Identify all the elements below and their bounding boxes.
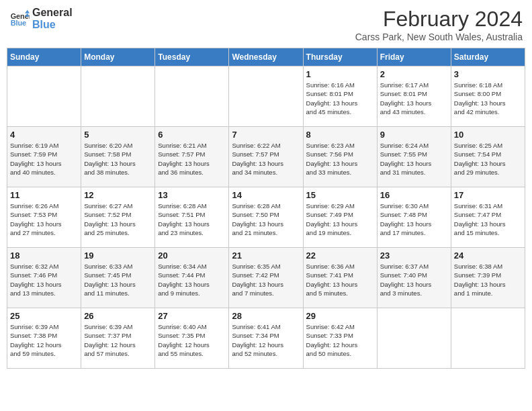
cell-sun-info: Sunrise: 6:31 AM Sunset: 7:47 PM Dayligh… — [454, 201, 522, 237]
col-header-monday: Monday — [81, 48, 155, 66]
calendar-cell: 26Sunrise: 6:39 AM Sunset: 7:37 PM Dayli… — [81, 308, 155, 369]
calendar-cell: 16Sunrise: 6:30 AM Sunset: 7:48 PM Dayli… — [377, 187, 451, 248]
calendar-table: SundayMondayTuesdayWednesdayThursdayFrid… — [7, 48, 525, 369]
logo-general: General — [32, 7, 73, 19]
cell-date-number: 19 — [84, 250, 152, 261]
calendar-cell: 6Sunrise: 6:21 AM Sunset: 7:57 PM Daylig… — [155, 127, 229, 187]
cell-date-number: 8 — [306, 130, 374, 140]
calendar-cell — [451, 308, 525, 369]
calendar-week-row: 18Sunrise: 6:32 AM Sunset: 7:46 PM Dayli… — [7, 248, 525, 308]
calendar-cell: 18Sunrise: 6:32 AM Sunset: 7:46 PM Dayli… — [7, 248, 81, 308]
cell-sun-info: Sunrise: 6:23 AM Sunset: 7:56 PM Dayligh… — [306, 141, 374, 177]
cell-sun-info: Sunrise: 6:39 AM Sunset: 7:37 PM Dayligh… — [84, 322, 152, 358]
calendar-cell: 8Sunrise: 6:23 AM Sunset: 7:56 PM Daylig… — [303, 127, 377, 187]
cell-date-number: 1 — [306, 69, 374, 79]
page-header: General Blue General Blue February 2024 … — [7, 7, 525, 42]
cell-date-number: 5 — [84, 130, 152, 140]
logo-blue: Blue — [32, 19, 73, 31]
cell-sun-info: Sunrise: 6:35 AM Sunset: 7:42 PM Dayligh… — [232, 262, 300, 298]
cell-sun-info: Sunrise: 6:39 AM Sunset: 7:38 PM Dayligh… — [10, 322, 78, 358]
cell-date-number: 24 — [454, 250, 522, 261]
month-title: February 2024 — [355, 7, 523, 32]
cell-sun-info: Sunrise: 6:27 AM Sunset: 7:52 PM Dayligh… — [84, 201, 152, 237]
calendar-cell: 4Sunrise: 6:19 AM Sunset: 7:59 PM Daylig… — [7, 127, 81, 187]
cell-date-number: 26 — [84, 311, 152, 321]
cell-sun-info: Sunrise: 6:32 AM Sunset: 7:46 PM Dayligh… — [10, 262, 78, 298]
cell-sun-info: Sunrise: 6:37 AM Sunset: 7:40 PM Dayligh… — [380, 262, 448, 298]
cell-date-number: 25 — [10, 311, 78, 321]
cell-date-number: 3 — [454, 69, 522, 79]
calendar-cell — [229, 66, 303, 127]
calendar-cell: 23Sunrise: 6:37 AM Sunset: 7:40 PM Dayli… — [377, 248, 451, 308]
logo-icon: General Blue — [9, 9, 30, 29]
col-header-sunday: Sunday — [7, 48, 81, 66]
cell-date-number: 18 — [10, 250, 78, 261]
cell-date-number: 12 — [84, 190, 152, 200]
cell-date-number: 28 — [232, 311, 300, 321]
calendar-week-row: 25Sunrise: 6:39 AM Sunset: 7:38 PM Dayli… — [7, 308, 525, 369]
col-header-wednesday: Wednesday — [229, 48, 303, 66]
cell-date-number: 7 — [232, 130, 300, 140]
cell-date-number: 20 — [158, 250, 226, 261]
cell-date-number: 22 — [306, 250, 374, 261]
cell-sun-info: Sunrise: 6:16 AM Sunset: 8:01 PM Dayligh… — [306, 81, 374, 116]
cell-date-number: 10 — [454, 130, 522, 140]
cell-sun-info: Sunrise: 6:28 AM Sunset: 7:50 PM Dayligh… — [232, 201, 300, 237]
cell-sun-info: Sunrise: 6:30 AM Sunset: 7:48 PM Dayligh… — [380, 201, 448, 237]
cell-sun-info: Sunrise: 6:38 AM Sunset: 7:39 PM Dayligh… — [454, 262, 522, 298]
calendar-cell: 13Sunrise: 6:28 AM Sunset: 7:51 PM Dayli… — [155, 187, 229, 248]
calendar-cell: 28Sunrise: 6:41 AM Sunset: 7:34 PM Dayli… — [229, 308, 303, 369]
cell-sun-info: Sunrise: 6:18 AM Sunset: 8:00 PM Dayligh… — [454, 81, 522, 116]
cell-sun-info: Sunrise: 6:29 AM Sunset: 7:49 PM Dayligh… — [306, 201, 374, 237]
calendar-cell — [81, 66, 155, 127]
cell-sun-info: Sunrise: 6:36 AM Sunset: 7:41 PM Dayligh… — [306, 262, 374, 298]
cell-date-number: 29 — [306, 311, 374, 321]
calendar-week-row: 1Sunrise: 6:16 AM Sunset: 8:01 PM Daylig… — [7, 66, 525, 127]
calendar-cell: 9Sunrise: 6:24 AM Sunset: 7:55 PM Daylig… — [377, 127, 451, 187]
cell-date-number: 16 — [380, 190, 448, 200]
cell-date-number: 14 — [232, 190, 300, 200]
cell-sun-info: Sunrise: 6:40 AM Sunset: 7:35 PM Dayligh… — [158, 322, 226, 358]
calendar-cell: 12Sunrise: 6:27 AM Sunset: 7:52 PM Dayli… — [81, 187, 155, 248]
cell-date-number: 27 — [158, 311, 226, 321]
cell-sun-info: Sunrise: 6:22 AM Sunset: 7:57 PM Dayligh… — [232, 141, 300, 177]
location-subtitle: Carss Park, New South Wales, Australia — [355, 32, 523, 42]
calendar-cell — [377, 308, 451, 369]
calendar-cell: 29Sunrise: 6:42 AM Sunset: 7:33 PM Dayli… — [303, 308, 377, 369]
cell-sun-info: Sunrise: 6:41 AM Sunset: 7:34 PM Dayligh… — [232, 322, 300, 358]
col-header-saturday: Saturday — [451, 48, 525, 66]
calendar-cell — [155, 66, 229, 127]
title-block: February 2024 Carss Park, New South Wale… — [355, 7, 523, 42]
cell-sun-info: Sunrise: 6:17 AM Sunset: 8:01 PM Dayligh… — [380, 81, 448, 116]
calendar-cell: 24Sunrise: 6:38 AM Sunset: 7:39 PM Dayli… — [451, 248, 525, 308]
calendar-cell: 10Sunrise: 6:25 AM Sunset: 7:54 PM Dayli… — [451, 127, 525, 187]
cell-date-number: 13 — [158, 190, 226, 200]
calendar-cell: 5Sunrise: 6:20 AM Sunset: 7:58 PM Daylig… — [81, 127, 155, 187]
cell-sun-info: Sunrise: 6:25 AM Sunset: 7:54 PM Dayligh… — [454, 141, 522, 177]
cell-sun-info: Sunrise: 6:26 AM Sunset: 7:53 PM Dayligh… — [10, 201, 78, 237]
calendar-cell: 17Sunrise: 6:31 AM Sunset: 7:47 PM Dayli… — [451, 187, 525, 248]
calendar-cell: 22Sunrise: 6:36 AM Sunset: 7:41 PM Dayli… — [303, 248, 377, 308]
calendar-cell: 21Sunrise: 6:35 AM Sunset: 7:42 PM Dayli… — [229, 248, 303, 308]
calendar-cell: 19Sunrise: 6:33 AM Sunset: 7:45 PM Dayli… — [81, 248, 155, 308]
calendar-cell: 27Sunrise: 6:40 AM Sunset: 7:35 PM Dayli… — [155, 308, 229, 369]
cell-date-number: 9 — [380, 130, 448, 140]
cell-sun-info: Sunrise: 6:33 AM Sunset: 7:45 PM Dayligh… — [84, 262, 152, 298]
cell-sun-info: Sunrise: 6:20 AM Sunset: 7:58 PM Dayligh… — [84, 141, 152, 177]
cell-date-number: 23 — [380, 250, 448, 261]
svg-text:Blue: Blue — [11, 19, 26, 27]
calendar-cell: 7Sunrise: 6:22 AM Sunset: 7:57 PM Daylig… — [229, 127, 303, 187]
calendar-cell: 25Sunrise: 6:39 AM Sunset: 7:38 PM Dayli… — [7, 308, 81, 369]
calendar-cell: 15Sunrise: 6:29 AM Sunset: 7:49 PM Dayli… — [303, 187, 377, 248]
cell-sun-info: Sunrise: 6:19 AM Sunset: 7:59 PM Dayligh… — [10, 141, 78, 177]
col-header-tuesday: Tuesday — [155, 48, 229, 66]
cell-date-number: 6 — [158, 130, 226, 140]
calendar-cell — [7, 66, 81, 127]
logo: General Blue General Blue — [9, 7, 73, 30]
cell-sun-info: Sunrise: 6:34 AM Sunset: 7:44 PM Dayligh… — [158, 262, 226, 298]
col-header-thursday: Thursday — [303, 48, 377, 66]
cell-date-number: 11 — [10, 190, 78, 200]
calendar-cell: 14Sunrise: 6:28 AM Sunset: 7:50 PM Dayli… — [229, 187, 303, 248]
cell-date-number: 15 — [306, 190, 374, 200]
cell-sun-info: Sunrise: 6:21 AM Sunset: 7:57 PM Dayligh… — [158, 141, 226, 177]
